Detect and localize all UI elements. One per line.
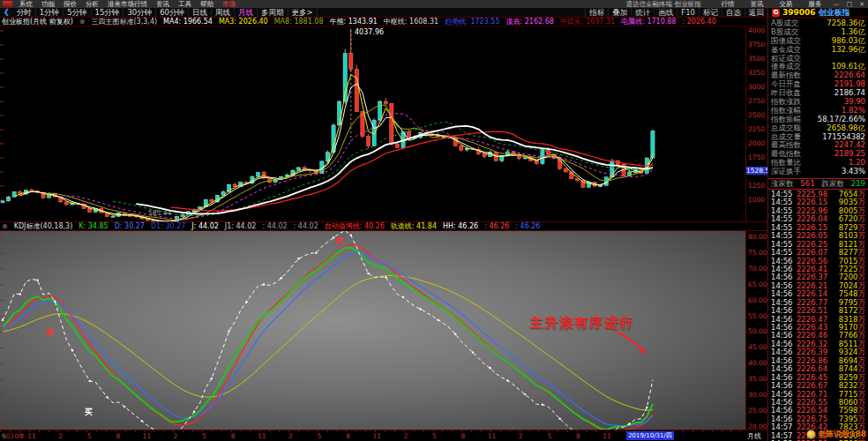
x-axis-label-11: 5 [313,432,326,440]
menu-item-1[interactable]: 功能 [37,0,59,8]
right-menu-item-1[interactable]: 资讯 [743,0,772,8]
x-axis-label-20: 8 [572,432,584,440]
x-axis-label-17: 11 [486,432,498,440]
period-tab-5[interactable]: 60分钟 [156,8,189,17]
kdj-axis-label-9: 35.00 [748,376,767,383]
right-menu-item-0[interactable]: 行情 [714,0,743,8]
tool-button-7[interactable]: 返回 [745,8,767,17]
kdj-axis-label-4: 60.00 [748,297,767,304]
info-item-2: MA4: 1966.54 [163,18,213,26]
info-bar-items: 创业板指(月线 前复权)⊕三四主图标准(3,3,4)MA4: 1966.54MA… [2,18,716,26]
price-axis-label-4: 3000 [748,84,765,91]
tool-button-4[interactable]: F10 [677,8,699,17]
titlebar: 系统功能报价分析港美市场行情资讯工具帮助市场 通达信金融终端 创业板指 行情资讯… [0,0,868,8]
right-menu-item-2[interactable]: 交易 [772,0,801,8]
menu-item-5[interactable]: 资讯 [152,0,174,8]
kdj-header-item-0: KDJ标准(40,18,3) [14,222,73,231]
menu-item-0[interactable]: 系统 [15,0,37,8]
symbol-name: 创业板指 [819,8,850,17]
kdj-axis-label-0: 80.00 [748,234,767,241]
info-item-4: MA8: 1881.08 [274,18,324,26]
menu-item-4[interactable]: 港美市场行情 [103,0,152,8]
right-menu-item-3[interactable]: 服务 [801,0,830,8]
period-tab-0[interactable]: 分时 [13,8,36,17]
price-axis-label-8: 2000 [748,140,765,147]
kdj-marker-2: 卖 [335,236,343,245]
symbol-header[interactable]: G 399006 创业板指 [767,8,868,17]
x-axis-label-8: 8 [227,432,239,440]
x-axis-label-21: 11 [601,432,613,440]
period-tab-10[interactable]: 更多> [288,8,318,17]
date-box[interactable]: 2019/10/31/四 [626,431,674,440]
period-tab-7[interactable]: 周线 [212,8,235,17]
main-chart-svg[interactable] [0,26,745,221]
price-axis-label-1: 3750 [748,41,765,49]
tool-button-0[interactable]: 指标 [585,8,608,17]
symbol-logo-icon: G [772,9,780,17]
price-axis-label-7: 2250 [748,126,765,133]
tick-rows[interactable]: 14:552225.987654万14:552226.159035万14:552… [768,191,868,441]
toolbar: ❮ 分时1分钟5分钟15分钟30分钟60分钟日线周线月线多周期更多> 指标叠加统… [0,8,868,18]
x-axis-label-4: 8 [112,432,124,440]
tool-buttons: 指标叠加统计画线F10标记自选返回 [585,8,767,17]
window-button-2[interactable]: ✕ [856,1,868,8]
app-logo-icon [3,1,12,7]
back-icon[interactable]: ❮ [0,8,13,17]
expand-icon[interactable]: ⊕ [79,18,86,26]
price-axis-label-3: 3250 [748,70,765,77]
kdj-header-item-12: : 46.26 [515,222,540,231]
period-label: 月线 [747,432,761,440]
kdj-header-item-5: J1: 44.02 [225,222,257,231]
tool-button-1[interactable]: 叠加 [608,8,631,17]
x-axis-label-13: 11 [370,432,383,440]
kdj-axis: 80.0075.0070.0065.0060.0055.0050.0045.00… [745,231,767,430]
period-tab-6[interactable]: 日线 [189,8,212,17]
peak-price-label: 4037.96 [355,28,384,36]
price-axis-label-9: 1750 [748,154,765,161]
menu-item-6[interactable]: 工具 [174,0,196,8]
kdj-header-item-11: : 46.26 [484,222,509,231]
stat-row-17: 深证换手3.43% [768,168,868,176]
content: 创业板指(月线 前复权)⊕三四主图标准(3,3,4)MA4: 1966.54MA… [0,18,868,441]
period-tab-2[interactable]: 5分钟 [64,8,91,17]
info-item-7: 趋势线: 1723.55 [445,18,499,26]
period-tab-4[interactable]: 30分钟 [123,8,156,17]
kdj-panel[interactable]: 卖买卖 主升浪有序进行 80.0075.0070.0065.0060.0055.… [0,230,767,430]
period-tab-9[interactable]: 多周期 [258,8,288,17]
info-item-5: 牛熊: 1343.91 [330,18,378,26]
x-axis: ∿ 2010年112581125811258112581125811 2019/… [0,430,767,441]
kdj-header-item-2: D: 30.27 [115,222,145,231]
watermark-coin-icon [806,430,816,439]
kdj-header-item-4: J: 44.02 [191,222,219,231]
period-tab-1[interactable]: 1分钟 [36,8,64,17]
app-window: 系统功能报价分析港美市场行情资讯工具帮助市场 通达信金融终端 创业板指 行情资讯… [0,0,868,441]
up-count-value: 561 [800,179,814,189]
down-count-value: 219 [851,179,865,189]
period-tab-3[interactable]: 15分钟 [92,8,124,17]
period-tab-8[interactable]: 月线 [235,8,258,17]
x-axis-label-9: 11 [256,432,268,440]
expand-icon[interactable]: ⊕ [2,222,8,231]
menu-item-7[interactable]: 帮助 [196,0,218,8]
info-item-9: 牛回头: 1697.31 [560,18,615,26]
tool-button-5[interactable]: 标记 [699,8,722,17]
stat-value: 3.43% [842,168,865,176]
window-button-0[interactable]: — [830,1,843,8]
menu-item-3[interactable]: 分析 [81,0,103,8]
x-axis-label-7: 5 [198,432,211,440]
symbol-code: 399006 [782,8,816,17]
x-axis-label-18: 2 [514,432,527,440]
menu-item-2[interactable]: 报价 [59,0,81,8]
info-item-0: 创业板指(月线 前复权) [2,18,73,26]
stat-value: 132.96亿 [832,46,865,55]
tool-button-2[interactable]: 统计 [631,8,654,17]
kdj-header-item-3: D1: 30.27 [151,222,185,231]
menu-item-8[interactable]: 市场 [218,0,240,8]
window-button-1[interactable]: □ [843,1,857,8]
kdj-axis-label-1: 75.00 [748,250,767,257]
tool-button-6[interactable]: 自选 [722,8,745,17]
menu-bar: 系统功能报价分析港美市场行情资讯工具帮助市场 [15,0,240,8]
candles-group [1,29,655,221]
price-chart-panel[interactable]: 4037.96 585.44 1528.5 400037503500325030… [0,26,767,221]
tool-button-3[interactable]: 画线 [654,8,677,17]
